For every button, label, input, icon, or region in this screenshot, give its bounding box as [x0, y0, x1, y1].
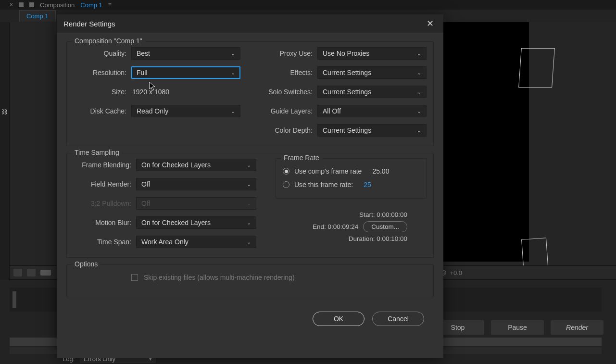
custom-time-span-button[interactable]: Custom... — [363, 221, 407, 232]
dialog-footer: OK Cancel — [66, 304, 434, 336]
size-value: 1920 x 1080 — [131, 88, 169, 96]
time-span-select[interactable]: Work Area Only ⌄ — [136, 236, 256, 248]
disk-cache-label: Disk Cache: — [74, 107, 126, 115]
field-render-select[interactable]: Off ⌄ — [136, 178, 256, 190]
composition-legend: Composition "Comp 1" — [72, 37, 145, 45]
footer-icon-1[interactable] — [13, 269, 22, 276]
composition-fieldset: Composition "Comp 1" Quality: Best ⌄ Res… — [66, 41, 434, 146]
frame-blending-label: Frame Blending: — [74, 161, 131, 169]
use-this-frame-rate-radio[interactable] — [283, 181, 289, 188]
time-sampling-fieldset: Time Sampling Frame Blending: On for Che… — [66, 153, 434, 258]
frame-blending-select[interactable]: On for Checked Layers ⌄ — [136, 159, 256, 171]
panel-title-name: Comp 1 — [80, 1, 102, 9]
guide-select[interactable]: All Off ⌄ — [317, 105, 427, 117]
flow-tool-icon[interactable]: ⛓ — [0, 108, 9, 116]
time-sampling-legend: Time Sampling — [72, 149, 122, 156]
exposure-value: +0.0 — [450, 269, 462, 276]
close-icon[interactable]: ✕ — [424, 16, 437, 31]
composition-tab-row: Comp 1 — [19, 10, 56, 22]
duration-time: Duration: 0:00:10:00 — [349, 235, 407, 242]
skip-existing-checkbox — [131, 274, 138, 281]
chevron-down-icon: ⌄ — [417, 89, 421, 95]
layer-handle-1[interactable] — [518, 48, 555, 88]
resolution-select[interactable]: Full ⌄ — [131, 66, 240, 79]
chevron-down-icon: ⌄ — [247, 162, 251, 168]
guide-label: Guide Layers: — [260, 107, 313, 115]
solo-select[interactable]: Current Settings ⌄ — [317, 86, 427, 98]
use-comp-frame-rate-radio[interactable] — [283, 168, 289, 175]
use-comp-frame-rate-value: 25.00 — [372, 167, 389, 175]
panel-menu-icon[interactable] — [19, 2, 24, 7]
dialog-titlebar: Render Settings ✕ — [57, 14, 443, 33]
dialog-body: Composition "Comp 1" Quality: Best ⌄ Res… — [57, 33, 443, 358]
composition-left-col: Quality: Best ⌄ Resolution: Full ⌄ — [74, 47, 240, 137]
chevron-down-icon: ⌄ — [231, 50, 235, 57]
time-range-readout: Start: 0:00:00:00 End: 0:00:09:24 Custom… — [276, 211, 427, 242]
end-time: End: 0:00:09:24 — [313, 223, 358, 230]
chevron-down-icon: ⌄ — [247, 220, 251, 226]
pulldown-select: Off ⌄ — [136, 197, 256, 210]
disk-cache-select[interactable]: Read Only ⌄ — [131, 105, 240, 117]
panel-grid-icon[interactable] — [29, 2, 34, 7]
frame-rate-group: Frame Rate Use comp's frame rate 25.00 U… — [276, 158, 427, 199]
chevron-down-icon: ⌄ — [417, 108, 421, 114]
start-time: Start: 0:00:00:00 — [359, 211, 407, 218]
motion-blur-label: Motion Blur: — [74, 219, 131, 226]
quality-select[interactable]: Best ⌄ — [131, 47, 240, 60]
chevron-down-icon: ⌄ — [247, 239, 251, 245]
panel-menu-caret-icon[interactable]: ≡ — [108, 1, 112, 8]
effects-label: Effects: — [260, 69, 313, 76]
chevron-down-icon: ⌄ — [231, 108, 235, 114]
queue-item-handle[interactable] — [13, 291, 16, 308]
pulldown-label: 3:2 Pulldown: — [74, 200, 131, 207]
size-label: Size: — [74, 88, 126, 96]
field-render-label: Field Render: — [74, 180, 131, 188]
motion-blur-select[interactable]: On for Checked Layers ⌄ — [136, 216, 256, 229]
depth-label: Color Depth: — [260, 126, 313, 134]
render-button[interactable]: Render — [551, 320, 603, 335]
ok-button[interactable]: OK — [313, 312, 365, 326]
chevron-down-icon: ⌄ — [231, 70, 235, 76]
chevron-down-icon: ⌄ — [247, 201, 251, 207]
use-comp-frame-rate-label: Use comp's frame rate — [294, 167, 362, 175]
pause-button[interactable]: Pause — [491, 320, 544, 335]
render-settings-dialog: Render Settings ✕ Composition "Comp 1" Q… — [57, 14, 443, 358]
chevron-down-icon: ⌄ — [417, 70, 421, 76]
time-span-label: Time Span: — [74, 238, 131, 246]
effects-select[interactable]: Current Settings ⌄ — [317, 66, 427, 79]
chevron-down-icon: ⌄ — [247, 181, 251, 188]
exposure-readout: +0.0 — [440, 269, 462, 276]
close-icon[interactable]: × — [10, 1, 13, 8]
footer-icon-2[interactable] — [27, 269, 36, 276]
composition-tab[interactable]: Comp 1 — [19, 10, 56, 22]
use-this-frame-rate-label: Use this frame rate: — [294, 181, 353, 188]
panel-tab-strip: × Composition Comp 1 ≡ — [0, 0, 616, 10]
skip-existing-label: Skip existing files (allows multi-machin… — [144, 274, 295, 281]
proxy-label: Proxy Use: — [260, 50, 313, 57]
time-sampling-left-col: Frame Blending: On for Checked Layers ⌄ … — [74, 158, 256, 249]
use-this-frame-rate-value[interactable]: 25 — [364, 181, 371, 188]
options-fieldset: Options Skip existing files (allows mult… — [66, 264, 434, 297]
chevron-down-icon: ⌄ — [417, 127, 421, 134]
frame-rate-legend: Frame Rate — [281, 154, 322, 162]
options-legend: Options — [72, 260, 101, 268]
proxy-select[interactable]: Use No Proxies ⌄ — [317, 47, 427, 60]
mask-toggle-icon[interactable] — [40, 270, 51, 276]
queue-buttons: Stop Pause Render — [431, 320, 603, 335]
panel-title-prefix: Composition — [40, 1, 75, 9]
chevron-down-icon: ⌄ — [417, 50, 421, 57]
dialog-title: Render Settings — [63, 20, 115, 28]
time-sampling-right-col: Frame Rate Use comp's frame rate 25.00 U… — [276, 158, 427, 249]
depth-select[interactable]: Current Settings ⌄ — [317, 124, 427, 137]
resolution-label: Resolution: — [74, 69, 126, 76]
cancel-button[interactable]: Cancel — [372, 312, 424, 326]
solo-label: Solo Switches: — [260, 88, 313, 96]
composition-right-col: Proxy Use: Use No Proxies ⌄ Effects: Cur… — [260, 47, 427, 137]
quality-label: Quality: — [74, 50, 126, 57]
